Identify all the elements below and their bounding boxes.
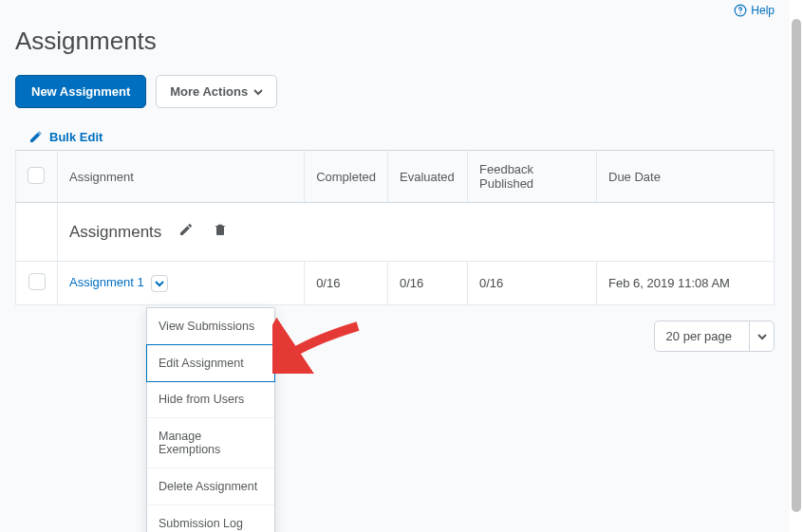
- bulk-edit-label: Bulk Edit: [49, 130, 103, 144]
- header-feedback: Feedback Published: [468, 151, 597, 203]
- assignment-actions-menu: View Submissions Edit Assignment Hide fr…: [146, 307, 275, 532]
- menu-hide-from-users[interactable]: Hide from Users: [147, 381, 274, 418]
- cell-feedback: 0/16: [468, 262, 597, 305]
- menu-manage-exemptions[interactable]: Manage Exemptions: [147, 418, 274, 468]
- cell-evaluated: 0/16: [388, 262, 468, 305]
- edit-category-button[interactable]: [178, 222, 196, 239]
- new-assignment-button[interactable]: New Assignment: [15, 75, 146, 108]
- more-actions-button[interactable]: More Actions: [156, 75, 277, 108]
- header-evaluated: Evaluated: [388, 151, 468, 203]
- bulk-edit-link[interactable]: Bulk Edit: [28, 129, 103, 144]
- assignments-table: Assignment Completed Evaluated Feedback …: [15, 150, 775, 305]
- menu-edit-assignment[interactable]: Edit Assignment: [146, 344, 275, 382]
- table-header-row: Assignment Completed Evaluated Feedback …: [16, 151, 775, 203]
- svg-point-1: [740, 12, 741, 13]
- page-title: Assignments: [15, 27, 775, 56]
- header-completed: Completed: [305, 151, 388, 203]
- chevron-down-icon: [253, 87, 263, 97]
- pencil-icon: [178, 222, 194, 237]
- menu-view-submissions[interactable]: View Submissions: [147, 308, 274, 345]
- per-page-select[interactable]: 20 per page: [654, 321, 775, 352]
- trash-icon: [213, 222, 228, 237]
- scrollbar-thumb[interactable]: [792, 19, 801, 512]
- cell-completed: 0/16: [305, 262, 388, 305]
- help-label: Help: [751, 4, 775, 17]
- header-assignment: Assignment: [58, 151, 305, 203]
- table-row: Assignment 1 0/16 0/16 0/16 Feb 6, 2019 …: [16, 262, 775, 305]
- header-select-all: [16, 151, 58, 203]
- pager: 20 per page: [15, 321, 775, 352]
- header-due: Due Date: [597, 151, 775, 203]
- chevron-down-icon: [757, 332, 767, 341]
- row-checkbox[interactable]: [28, 273, 46, 290]
- per-page-caret: [749, 321, 774, 351]
- category-title: Assignments: [69, 223, 161, 241]
- category-row: Assignments: [16, 203, 775, 262]
- cell-due: Feb 6, 2019 11:08 AM: [597, 262, 775, 305]
- assignment-link[interactable]: Assignment 1: [69, 275, 144, 289]
- delete-category-button[interactable]: [213, 222, 230, 239]
- menu-submission-log[interactable]: Submission Log: [147, 505, 274, 532]
- scrollbar[interactable]: [790, 0, 803, 532]
- chevron-down-icon: [155, 279, 164, 288]
- assignment-actions-button[interactable]: [151, 275, 168, 292]
- action-toolbar: New Assignment More Actions: [15, 75, 775, 108]
- bulk-edit-icon: [28, 129, 44, 144]
- help-link[interactable]: Help: [734, 4, 775, 17]
- more-actions-label: More Actions: [170, 84, 248, 99]
- menu-delete-assignment[interactable]: Delete Assignment: [147, 468, 274, 505]
- per-page-value: 20 per page: [655, 321, 749, 351]
- select-all-checkbox[interactable]: [28, 167, 45, 184]
- help-icon: [734, 4, 747, 17]
